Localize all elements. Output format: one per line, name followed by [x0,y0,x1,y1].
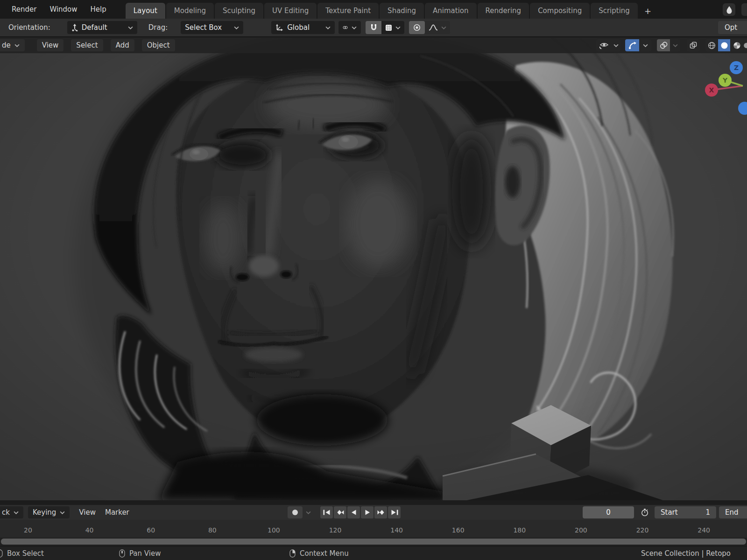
navigation-gizmo[interactable]: Z Y X [685,56,747,126]
chevron-down-icon [643,44,648,47]
frame-start-field[interactable]: Start 1 [655,506,716,518]
gizmo-icon [628,42,636,49]
gizmos-dropdown[interactable] [625,39,651,51]
prev-keyframe-icon [336,510,345,515]
menu-help[interactable]: Help [85,3,112,16]
tab-uv-editing[interactable]: UV Editing [264,3,317,19]
tab-texture-paint[interactable]: Texture Paint [317,3,379,19]
global-axes-icon [275,24,283,31]
frame-end-field[interactable]: End [719,506,747,518]
transform-orientation-dropdown[interactable]: Global [271,21,335,34]
prev-keyframe-button[interactable] [334,506,346,518]
timeline-header: ck Keying View Marker [0,505,747,520]
jump-to-end-button[interactable] [388,506,401,518]
timeline-editor: ck Keying View Marker [0,500,747,546]
eye-icon [599,42,609,49]
topbar-paint-icon[interactable] [723,3,735,16]
3d-viewport[interactable]: de ViewSelectAddObject [0,37,747,500]
shading-solid-button[interactable] [718,39,730,51]
play-button[interactable] [361,506,374,518]
sculpt-head-render [0,37,747,500]
tab-sculpting[interactable]: Sculpting [215,3,263,19]
menu-window[interactable]: Window [44,3,82,16]
playback-menu[interactable]: ck [0,506,23,518]
snap-with-dropdown[interactable] [381,21,404,34]
viewport-menu-object[interactable]: Object [142,39,175,51]
keying-menu[interactable]: Keying [28,506,70,518]
tab-modeling[interactable]: Modeling [166,3,214,19]
chevron-down-icon [60,511,65,514]
topbar-cutoff-icon[interactable] [741,3,747,16]
use-preview-range-toggle[interactable] [637,506,653,518]
shading-rendered-button[interactable] [743,39,747,51]
chevron-down-icon [234,26,239,29]
viewport-menu-select[interactable]: Select [71,39,103,51]
play-reverse-button[interactable] [347,506,360,518]
timeline-marker-menu[interactable]: Marker [105,508,129,517]
wireframe-sphere-icon [708,42,716,49]
rendered-sphere-icon [743,42,747,49]
ruler-tick: 140 [390,526,403,534]
tab-rendering[interactable]: Rendering [478,3,529,19]
tab-scripting[interactable]: Scripting [591,3,638,19]
gizmo-extra-ball[interactable] [738,102,747,115]
chevron-down-icon [395,26,401,29]
status-bar: Box Select Pan View Context Menu Scene C… [0,546,747,560]
context-menu-label: Context Menu [300,549,349,558]
tool-settings-bar: Orientation: Default Drag: Select Box Gl… [0,19,747,37]
drag-dropdown[interactable]: Select Box [181,21,243,34]
next-keyframe-button[interactable] [374,506,387,518]
topbar-menus: RenderWindowHelp [7,3,112,16]
add-workspace-button[interactable]: + [639,3,657,19]
transport-buttons [320,506,401,518]
chevron-down-icon [128,26,133,29]
orientation-dropdown[interactable]: Default [67,21,137,34]
auto-keying-toggle[interactable] [288,506,303,518]
mouse-middle-icon [119,549,125,558]
scene-info-label: Scene Collection | Retopo [641,549,731,558]
viewport-menu-view[interactable]: View [37,39,64,51]
ruler-tick: 180 [513,526,526,534]
gizmo-x-label: X [709,86,714,94]
falloff-dropdown[interactable] [425,21,450,34]
magnet-icon [370,24,377,31]
tab-shading[interactable]: Shading [380,3,424,19]
timeline-view-menu[interactable]: View [79,508,96,517]
tab-animation[interactable]: Animation [425,3,476,19]
tab-compositing[interactable]: Compositing [530,3,590,19]
viewport-menu-add[interactable]: Add [111,39,134,51]
snap-toggle[interactable] [366,21,381,34]
object-visibility-dropdown[interactable] [596,39,620,51]
timeline-scrollbar[interactable] [1,539,746,545]
menu-render[interactable]: Render [7,3,42,16]
timeline-ruler[interactable]: 20406080100120140160180200220240 [0,520,747,538]
tab-layout[interactable]: Layout [126,3,165,19]
auto-keying-dropdown[interactable] [303,511,314,514]
blender-window: { "topbar": { "menus": ["Render", "Windo… [0,0,747,560]
jump-start-icon [323,510,331,515]
current-frame-field[interactable]: 0 [583,506,634,518]
proportional-edit-toggle[interactable] [409,21,425,34]
viewport-menus: ViewSelectAddObject [37,39,175,51]
chevron-down-icon [14,511,19,514]
options-button[interactable]: Opt [718,21,747,34]
shading-material-button[interactable] [731,39,743,51]
workspace-tabs: LayoutModelingSculptingUV EditingTexture… [126,0,657,19]
xray-toggle[interactable] [687,39,700,51]
chevron-down-icon [306,511,311,514]
shading-wireframe-button[interactable] [705,39,718,51]
start-value: 1 [705,508,710,517]
ruler-tick: 160 [452,526,465,534]
active-object-info: Scene Collection | Retopo [641,546,731,560]
pivot-point-dropdown[interactable] [338,21,361,34]
next-keyframe-icon [377,510,385,515]
orientation-value: Default [82,23,107,32]
playback-controls [288,506,401,518]
gizmo-z-label: Z [734,64,739,71]
jump-to-start-button[interactable] [320,506,333,518]
overlays-dropdown[interactable] [657,39,680,51]
snap-grid-icon [385,24,392,31]
snap-controls [366,21,404,34]
chevron-down-icon [613,44,619,47]
mode-dropdown[interactable]: de [0,39,25,51]
